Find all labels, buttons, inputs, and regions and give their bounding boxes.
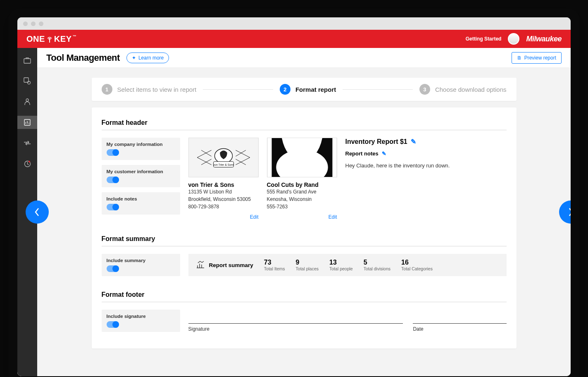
svg-point-4 (26, 99, 29, 101)
report-title: Inventory Report $1 (345, 138, 407, 146)
customer-logo (267, 138, 337, 177)
toggle-company-info: My company information (102, 138, 180, 160)
sidebar-item-activity[interactable] (17, 157, 37, 170)
edit-company-link[interactable]: Edit (250, 214, 259, 220)
app-header: ONE KEY™ Getting Started Milwaukee (17, 30, 571, 48)
prev-step-button[interactable] (26, 200, 49, 224)
summary-bar: Report summary 73Total Items 9Total plac… (188, 254, 507, 276)
company-name: von Trier & Sons (188, 181, 259, 188)
logo-onekey: ONE KEY™ (26, 34, 76, 44)
sidebar-item-transfer[interactable] (17, 136, 37, 150)
toggle-customer-switch[interactable] (107, 177, 119, 183)
toggle-customer-info: My customer information (102, 165, 180, 187)
step-3[interactable]: 3 Choose download options (419, 84, 507, 95)
stat-items: 73Total Items (264, 259, 285, 271)
user-avatar[interactable] (508, 33, 519, 45)
format-summary-title: Format summary (102, 235, 507, 243)
learn-more-button[interactable]: ✦ Learn more (126, 52, 169, 63)
page-title: Tool Management (46, 52, 120, 63)
content-panel: Format header My company information My … (92, 107, 517, 348)
sidebar-item-reports[interactable] (17, 116, 37, 129)
company-logo: von Trier & Sons (188, 138, 259, 177)
signature-field[interactable]: Signature (188, 310, 403, 332)
toggle-notes-switch[interactable] (107, 204, 119, 210)
svg-text:von Trier & Sons: von Trier & Sons (213, 163, 234, 166)
report-meta: Inventory Report $1 ✎ Report notes ✎ Hey… (345, 138, 507, 169)
window-max-dot[interactable] (39, 21, 43, 26)
sparkle-icon: ✦ (132, 55, 136, 61)
document-icon: 🗎 (517, 55, 522, 61)
svg-rect-1 (24, 59, 31, 63)
step-1[interactable]: 1 Select items to view in report (102, 84, 197, 95)
window-min-dot[interactable] (31, 21, 36, 26)
edit-notes-icon[interactable]: ✎ (382, 150, 386, 157)
stat-categories: 16Total Categories (401, 259, 433, 271)
format-header-title: Format header (102, 119, 507, 126)
toggle-company-switch[interactable] (107, 149, 119, 156)
window-titlebar (17, 17, 571, 30)
toggle-summary-switch[interactable] (107, 265, 119, 272)
sidebar-item-people[interactable] (17, 95, 37, 108)
preview-report-button[interactable]: 🗎 Preview report (512, 52, 562, 64)
edit-title-icon[interactable]: ✎ (411, 138, 416, 146)
signal-icon (46, 35, 53, 41)
stat-places: 9Total places (296, 259, 319, 271)
brand-milwaukee: Milwaukee (526, 35, 562, 43)
getting-started-link[interactable]: Getting Started (466, 36, 502, 42)
svg-point-7 (29, 161, 30, 162)
format-footer-title: Format footer (102, 291, 507, 298)
report-notes-label: Report notes (345, 150, 379, 157)
edit-customer-link[interactable]: Edit (329, 214, 337, 220)
stepper-panel: 1 Select items to view in report 2 Forma… (92, 78, 517, 101)
page-header: Tool Management ✦ Learn more 🗎 Preview r… (37, 48, 571, 68)
date-field[interactable]: Date (413, 310, 506, 332)
toggle-signature-switch[interactable] (107, 321, 119, 328)
customer-name: Cool Cuts by Rand (267, 181, 337, 188)
toggle-include-signature: Include signature (102, 310, 180, 332)
stat-people: 13Total people (329, 259, 353, 271)
report-notes-text: Hey Claude, here is the inventory run do… (345, 162, 507, 169)
customer-card: Cool Cuts by Rand 555 Rand's Grand Ave K… (267, 138, 337, 220)
toggle-include-notes: Include notes (102, 192, 180, 215)
sidebar-item-places[interactable] (17, 74, 37, 88)
step-2[interactable]: 2 Format report (280, 84, 336, 95)
stat-divisions: 5Total divisions (364, 259, 390, 271)
svg-point-3 (28, 81, 31, 84)
window-close-dot[interactable] (23, 21, 28, 26)
toggle-include-summary: Include summary (102, 254, 180, 276)
company-card: von Trier & Sons von Trier & Sons 13135 … (188, 138, 259, 220)
chart-icon (196, 260, 205, 270)
sidebar-item-inventory[interactable] (17, 54, 37, 67)
